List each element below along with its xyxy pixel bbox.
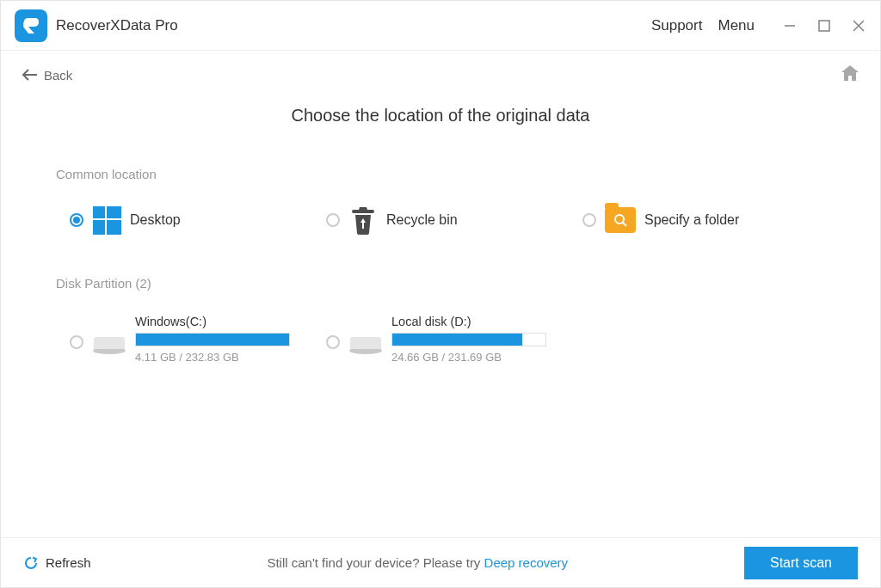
bottombar: Refresh Still can't find your device? Pl… <box>1 537 880 587</box>
radio-desktop[interactable] <box>70 213 83 227</box>
radio-partition-c[interactable] <box>70 335 83 349</box>
svg-line-6 <box>623 223 626 226</box>
option-recycle-bin[interactable]: Recycle bin <box>312 205 569 235</box>
partition-c[interactable]: Windows(C:) 4.11 GB / 232.83 GB <box>56 315 312 364</box>
disk-partitions: Windows(C:) 4.11 GB / 232.83 GB Local di… <box>56 315 825 364</box>
topbar: Back <box>1 51 880 99</box>
common-section-label: Common location <box>56 167 825 181</box>
radio-specify-folder[interactable] <box>582 213 596 227</box>
close-button[interactable] <box>851 18 866 34</box>
home-button[interactable] <box>841 64 859 85</box>
svg-point-5 <box>615 215 624 224</box>
app-logo <box>15 9 47 42</box>
specify-label: Specify a folder <box>644 212 739 228</box>
refresh-icon <box>23 555 39 571</box>
minimize-button[interactable] <box>782 18 798 34</box>
back-label: Back <box>44 68 72 83</box>
svg-rect-12 <box>350 337 381 349</box>
svg-rect-9 <box>94 337 125 349</box>
partition-d-size: 24.66 GB / 231.69 GB <box>391 351 546 364</box>
hint-text: Still can't find your device? Please try <box>267 555 484 570</box>
maximize-button[interactable] <box>816 18 832 34</box>
desktop-label: Desktop <box>130 212 181 228</box>
back-button[interactable]: Back <box>22 68 72 83</box>
option-desktop[interactable]: Desktop <box>56 205 312 235</box>
bottom-hint: Still can't find your device? Please try… <box>91 555 744 570</box>
titlebar: RecoverXData Pro Support Menu <box>1 1 880 51</box>
disk-icon <box>92 332 126 356</box>
logo-icon <box>20 15 42 37</box>
partition-d-name: Local disk (D:) <box>391 315 546 328</box>
main-content: Choose the location of the original data… <box>1 99 880 537</box>
refresh-button[interactable]: Refresh <box>23 555 91 571</box>
recycle-bin-icon <box>348 205 378 235</box>
partition-d[interactable]: Local disk (D:) 24.66 GB / 231.69 GB <box>312 315 569 364</box>
partition-c-size: 4.11 GB / 232.83 GB <box>135 351 290 364</box>
option-specify-folder[interactable]: Specify a folder <box>569 205 825 235</box>
partition-c-fill <box>136 334 289 346</box>
partition-d-progress <box>391 333 546 346</box>
start-scan-button[interactable]: Start scan <box>744 547 858 579</box>
support-link[interactable]: Support <box>651 17 703 34</box>
disk-section-label: Disk Partition (2) <box>56 276 825 291</box>
partition-c-name: Windows(C:) <box>135 315 290 328</box>
common-locations: Desktop Recycle bin Speci <box>56 205 825 235</box>
radio-partition-d[interactable] <box>326 335 340 349</box>
radio-recycle-bin[interactable] <box>326 213 340 227</box>
menu-link[interactable]: Menu <box>718 17 755 34</box>
partition-c-progress <box>135 333 290 346</box>
refresh-label: Refresh <box>46 555 91 570</box>
page-title: Choose the location of the original data <box>56 106 825 126</box>
windows-icon <box>92 205 121 235</box>
app-title: RecoverXData Pro <box>56 17 178 34</box>
svg-rect-1 <box>819 21 829 31</box>
partition-d-fill <box>392 334 522 346</box>
recycle-label: Recycle bin <box>386 212 458 228</box>
folder-search-icon <box>605 207 636 233</box>
deep-recovery-link[interactable]: Deep recovery <box>484 555 569 570</box>
disk-icon <box>348 332 383 356</box>
back-arrow-icon <box>22 68 39 82</box>
